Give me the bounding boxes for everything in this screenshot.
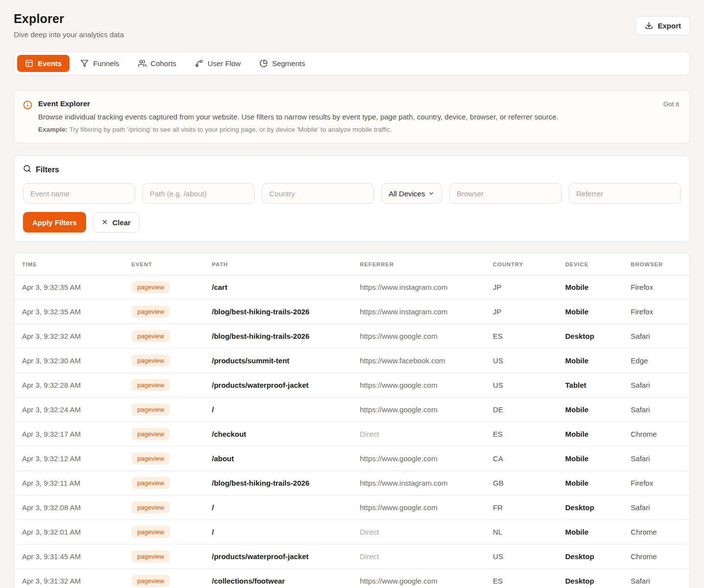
apply-filters-button[interactable]: Apply Filters: [23, 212, 86, 233]
download-icon: [645, 22, 653, 30]
column-header-country: Country: [485, 253, 558, 275]
event-time: Apr 3, 9:32:11 AM: [14, 471, 124, 495]
event-type-cell: pageview: [124, 324, 204, 349]
page-title: Explorer: [14, 12, 124, 26]
browser-input[interactable]: [449, 183, 562, 204]
filters-title: Filters: [36, 165, 59, 174]
event-country: US: [485, 373, 558, 398]
event-path: /: [204, 495, 352, 520]
event-device: Mobile: [558, 471, 623, 495]
clear-filters-button[interactable]: ✕ Clear: [93, 212, 140, 233]
event-device: Mobile: [558, 349, 623, 373]
table-row: Apr 3, 9:31:32 AM pageview /collections/…: [14, 569, 690, 588]
filters-panel: Filters All Devices Apply Filters ✕ Clea…: [14, 155, 690, 242]
column-header-event: Event: [124, 253, 204, 275]
table-row: Apr 3, 9:32:35 AM pageview /blog/best-hi…: [14, 300, 690, 324]
table-row: Apr 3, 9:32:30 AM pageview /products/sum…: [14, 349, 690, 373]
banner-dismiss-link[interactable]: Got it: [663, 100, 679, 108]
event-type-cell: pageview: [124, 422, 204, 447]
event-type-cell: pageview: [124, 349, 204, 373]
event-country: NL: [485, 520, 558, 544]
column-header-device: Device: [558, 253, 623, 275]
event-path: /collections/footwear: [204, 569, 352, 588]
tab-bar: Events Funnels Cohorts: [14, 51, 690, 75]
event-referrer: https://www.google.com: [352, 569, 485, 588]
event-browser: Chrome: [623, 544, 690, 569]
event-type-cell: pageview: [124, 495, 204, 520]
event-country: FR: [485, 495, 558, 520]
tab-user-flow[interactable]: User Flow: [187, 55, 249, 72]
page-subtitle: Dive deep into your analytics data: [14, 30, 124, 39]
search-icon: [23, 165, 31, 175]
event-referrer: Direct: [352, 520, 485, 544]
event-time: Apr 3, 9:31:32 AM: [14, 569, 124, 588]
event-country: US: [485, 349, 558, 373]
close-icon: ✕: [102, 218, 108, 227]
tab-cohorts[interactable]: Cohorts: [130, 55, 185, 72]
event-type-cell: pageview: [124, 520, 204, 544]
device-select[interactable]: All Devices: [381, 183, 442, 204]
event-type-cell: pageview: [124, 373, 204, 398]
filters-inputs-row: All Devices: [23, 183, 681, 204]
table-row: Apr 3, 9:32:01 AM pageview / Direct NL M…: [14, 520, 690, 544]
table-row: Apr 3, 9:32:35 AM pageview /cart https:/…: [14, 275, 690, 300]
event-referrer: https://www.google.com: [352, 495, 485, 520]
info-banner: Event Explorer Browse individual trackin…: [14, 90, 690, 143]
filters-actions: Apply Filters ✕ Clear: [23, 212, 681, 233]
tab-events[interactable]: Events: [17, 55, 70, 72]
referrer-input[interactable]: [569, 183, 681, 204]
users-icon: [138, 59, 146, 68]
event-referrer: Direct: [352, 422, 485, 447]
page-header-text: Explorer Dive deep into your analytics d…: [14, 12, 124, 39]
event-device: Mobile: [558, 398, 623, 422]
event-name-input[interactable]: [23, 183, 135, 204]
event-referrer: https://www.google.com: [352, 398, 485, 422]
event-device: Desktop: [558, 324, 623, 349]
event-device: Mobile: [558, 447, 623, 471]
event-browser: Safari: [623, 495, 690, 520]
event-country: CA: [485, 447, 558, 471]
country-input[interactable]: [262, 183, 374, 204]
event-browser: Safari: [623, 324, 690, 349]
event-type-cell: pageview: [124, 300, 204, 324]
tab-funnels[interactable]: Funnels: [72, 55, 127, 72]
column-header-time: Time: [14, 253, 124, 275]
clear-button-label: Clear: [112, 218, 131, 227]
event-path: /products/summit-tent: [204, 349, 352, 373]
event-path: /blog/best-hiking-trails-2026: [204, 300, 352, 324]
column-header-browser: Browser: [623, 253, 690, 275]
event-browser: Safari: [623, 373, 690, 398]
tab-segments[interactable]: Segments: [252, 55, 313, 72]
branch-icon: [195, 59, 203, 68]
event-referrer: https://www.facebook.com: [352, 349, 485, 373]
event-country: DE: [485, 398, 558, 422]
export-button[interactable]: Export: [635, 16, 690, 35]
event-device: Mobile: [558, 275, 623, 300]
table-row: Apr 3, 9:32:32 AM pageview /blog/best-hi…: [14, 324, 690, 349]
table-icon: [25, 59, 33, 68]
filters-header: Filters: [23, 165, 681, 175]
event-type-badge: pageview: [132, 354, 170, 367]
event-country: ES: [485, 569, 558, 588]
event-path: /: [204, 520, 352, 544]
event-time: Apr 3, 9:32:28 AM: [14, 373, 124, 398]
event-time: Apr 3, 9:32:24 AM: [14, 398, 124, 422]
event-referrer: https://www.google.com: [352, 373, 485, 398]
path-input[interactable]: [142, 183, 255, 204]
event-type-cell: pageview: [124, 471, 204, 495]
event-type-cell: pageview: [124, 569, 204, 588]
page-header: Explorer Dive deep into your analytics d…: [14, 12, 690, 39]
events-table-body: Apr 3, 9:32:35 AM pageview /cart https:/…: [14, 275, 690, 588]
event-type-badge: pageview: [132, 330, 170, 342]
event-type-cell: pageview: [124, 447, 204, 471]
event-device: Mobile: [558, 422, 623, 447]
event-time: Apr 3, 9:32:30 AM: [14, 349, 124, 373]
event-type-badge: pageview: [132, 526, 170, 538]
event-time: Apr 3, 9:32:35 AM: [14, 300, 124, 324]
table-row: Apr 3, 9:32:24 AM pageview / https://www…: [14, 398, 690, 422]
table-row: Apr 3, 9:32:08 AM pageview / https://www…: [14, 495, 690, 520]
event-browser: Safari: [623, 569, 690, 588]
event-browser: Chrome: [623, 520, 690, 544]
events-table-card: Time Event Path Referrer Country Device …: [14, 253, 690, 588]
event-type-badge: pageview: [132, 452, 170, 465]
